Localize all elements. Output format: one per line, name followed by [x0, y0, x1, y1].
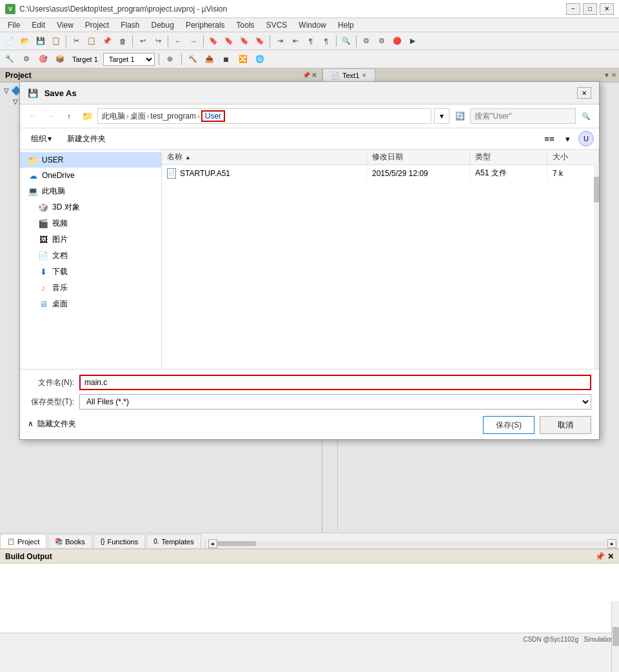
toolbar-bookmark4[interactable]: 🔖 [253, 34, 267, 48]
nav-forward-button[interactable]: → [43, 109, 59, 123]
toolbar-paste[interactable]: 📌 [100, 34, 114, 48]
file-row-startup[interactable]: 📄 STARTUP.A51 2015/5/29 12:09 A51 文件 7 k [162, 165, 599, 181]
toolbar-format1[interactable]: ¶ [304, 34, 318, 48]
nav-item-3d[interactable]: 🎲 3D 对象 [20, 199, 161, 215]
header-name[interactable]: 名称 ▲ [162, 150, 367, 164]
header-type[interactable]: 类型 [470, 150, 547, 164]
dialog-close-button[interactable]: ✕ [577, 87, 591, 99]
nav-item-picture[interactable]: 🖼 图片 [20, 232, 161, 248]
cancel-button[interactable]: 取消 [540, 416, 591, 434]
build-vscrollbar[interactable] [611, 601, 619, 672]
filename-input[interactable] [79, 375, 591, 390]
hscroll-thumb[interactable] [217, 541, 256, 546]
toolbar-redo[interactable]: ↪ [151, 34, 165, 48]
maximize-button[interactable]: □ [583, 3, 597, 15]
hscroll-right-button[interactable]: ▸ [607, 539, 616, 548]
menu-file[interactable]: File [3, 19, 25, 31]
menu-debug[interactable]: Debug [146, 19, 179, 31]
toolbar-build1[interactable]: 🔨 [186, 52, 200, 66]
breadcrumb-part-0[interactable]: 此电脑 [102, 111, 125, 122]
tab-project[interactable]: 📋 Project [0, 534, 46, 548]
search-input[interactable] [470, 108, 576, 124]
minimize-button[interactable]: − [566, 3, 580, 15]
new-folder-button[interactable]: 新建文件夹 [61, 132, 112, 146]
toolbar-cursor[interactable]: ⊕ [163, 52, 177, 66]
nav-item-docs[interactable]: 📄 文档 [20, 248, 161, 264]
nav-item-computer[interactable]: 💻 此电脑 [20, 183, 161, 199]
toolbar-extra1[interactable]: ⚙ [359, 34, 373, 48]
nav-item-video[interactable]: 🎬 视频 [20, 215, 161, 232]
breadcrumb-part-1[interactable]: 桌面 [130, 111, 146, 122]
target-dropdown[interactable]: Target 1 [103, 53, 155, 66]
toolbar-new[interactable]: 📄 [3, 34, 17, 48]
menu-svcs[interactable]: SVCS [261, 19, 293, 31]
breadcrumb-dropdown[interactable]: ▾ [434, 108, 449, 124]
toolbar-build3[interactable]: ⏹ [219, 52, 233, 66]
close-button[interactable]: ✕ [600, 3, 614, 15]
build-pin-button[interactable]: 📌 [595, 552, 605, 561]
toolbar-extra3[interactable]: 🔴 [390, 34, 404, 48]
menu-edit[interactable]: Edit [26, 19, 50, 31]
menu-window[interactable]: Window [293, 19, 331, 31]
nav-up-button[interactable]: ↑ [61, 109, 77, 123]
toolbar-cut[interactable]: ✂ [69, 34, 83, 48]
nav-music-label: 音乐 [52, 282, 68, 293]
toolbar-copy[interactable]: 📋 [84, 34, 99, 48]
toolbar-del[interactable]: 🗑 [115, 34, 130, 48]
organize-button[interactable]: 组织 ▾ [25, 132, 57, 146]
toolbar-outdent[interactable]: ⇤ [288, 34, 302, 48]
hscroll-left-button[interactable]: ◂ [208, 539, 217, 548]
nav-item-onedrive[interactable]: ☁ OneDrive [20, 168, 161, 183]
toolbar-extra4[interactable]: ▶ [406, 34, 420, 48]
toolbar-bookmark3[interactable]: 🔖 [237, 34, 251, 48]
toolbar-find[interactable]: 🔍 [339, 34, 353, 48]
hidden-folders-toggle[interactable]: ∧ 隐藏文件夹 [28, 416, 76, 432]
toolbar-nav-fwd[interactable]: → [186, 34, 201, 48]
nav-item-download[interactable]: ⬇ 下载 [20, 264, 161, 280]
toolbar-build4[interactable]: 🔀 [236, 52, 250, 66]
toolbar-save2[interactable]: 📋 [49, 34, 63, 48]
filetype-select[interactable]: All Files (*.*) [79, 394, 591, 410]
nav-item-user[interactable]: 📁 USER [20, 152, 161, 168]
search-button[interactable]: 🔍 [578, 109, 594, 123]
toolbar-target-icon[interactable]: 🔧 [3, 52, 17, 66]
toolbar-open[interactable]: 📂 [18, 34, 32, 48]
menu-flash[interactable]: Flash [115, 19, 144, 31]
toolbar-bookmark2[interactable]: 🔖 [222, 34, 236, 48]
nav-refresh-button[interactable]: 🔄 [452, 108, 467, 124]
toolbar-target-icon4[interactable]: 📦 [53, 52, 67, 66]
tab-functions[interactable]: {} Functions [93, 534, 145, 548]
vertical-scrollbar[interactable] [594, 164, 599, 369]
toolbar-build2[interactable]: 📤 [202, 52, 217, 66]
toolbar-build5[interactable]: 🌐 [253, 52, 267, 66]
toolbar-save[interactable]: 💾 [34, 34, 48, 48]
menu-tools[interactable]: Tools [231, 19, 260, 31]
tab-templates[interactable]: 0. Templates [146, 534, 201, 548]
toolbar-bookmark1[interactable]: 🔖 [206, 34, 221, 48]
toolbar-undo[interactable]: ↩ [135, 34, 150, 48]
nav-item-desktop[interactable]: 🖥 桌面 [20, 296, 161, 312]
breadcrumb-current[interactable]: User [201, 110, 225, 122]
view-dropdown-button[interactable]: ▾ [560, 132, 575, 146]
toolbar-target-icon2[interactable]: ⚙ [19, 52, 34, 66]
build-close-button[interactable]: ✕ [607, 552, 614, 561]
toolbar-extra2[interactable]: ⚙ [375, 34, 389, 48]
nav-item-music[interactable]: ♪ 音乐 [20, 280, 161, 296]
save-button[interactable]: 保存(S) [483, 416, 535, 434]
toolbar-target-icon3[interactable]: 🎯 [36, 52, 50, 66]
nav-back-button[interactable]: ← [25, 109, 41, 123]
menu-project[interactable]: Project [80, 19, 114, 31]
menu-peripherals[interactable]: Peripherals [181, 19, 230, 31]
menu-help[interactable]: Help [333, 19, 359, 31]
toolbar-indent[interactable]: ⇥ [273, 34, 287, 48]
toolbar-format2[interactable]: ¶ [319, 34, 333, 48]
nav-folder-button[interactable]: 📁 [79, 109, 95, 123]
header-size[interactable]: 大小 [547, 150, 599, 164]
breadcrumb-part-2[interactable]: test_program [150, 112, 196, 121]
toolbar-nav-back[interactable]: ← [171, 34, 185, 48]
view-list-button[interactable]: ≡≡ [542, 132, 556, 146]
tab-books[interactable]: 📚 Books [48, 534, 92, 548]
menu-view[interactable]: View [52, 19, 79, 31]
header-date[interactable]: 修改日期 [367, 150, 470, 164]
nav-3d-icon: 🎲 [38, 203, 48, 213]
